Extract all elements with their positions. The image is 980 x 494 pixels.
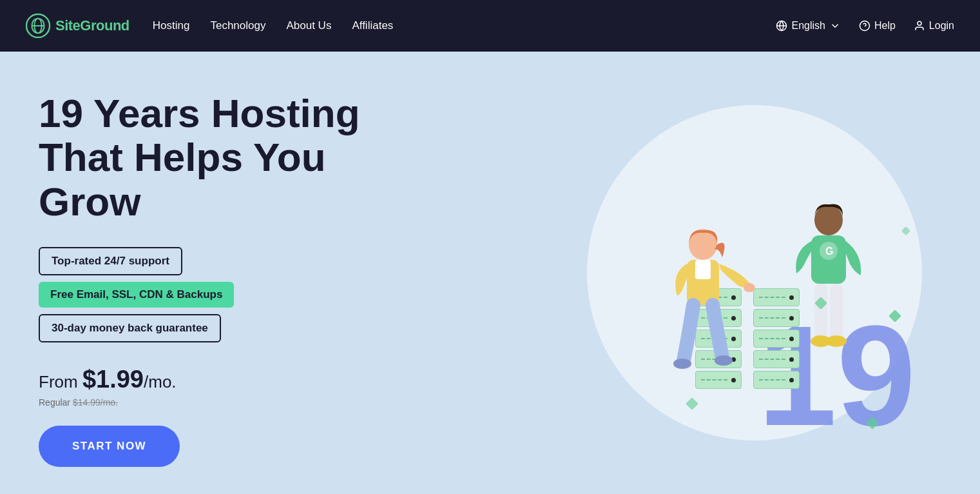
login-label: Login [929, 20, 954, 32]
language-icon [776, 20, 787, 32]
svg-rect-8 [695, 260, 711, 279]
svg-point-11 [715, 355, 733, 366]
login-icon [914, 20, 925, 32]
svg-text:G: G [825, 246, 833, 257]
help-label: Help [874, 20, 896, 32]
language-selector[interactable]: English [776, 20, 840, 32]
language-label: English [791, 20, 825, 32]
nav-link-hosting[interactable]: Hosting [153, 19, 190, 32]
help-button[interactable]: Help [859, 20, 896, 32]
nav-right: English Help Login [776, 20, 954, 32]
nav-link-technology[interactable]: Technology [210, 19, 265, 32]
svg-rect-16 [814, 284, 827, 339]
hero-title: 19 Years Hosting That Helps You Grow [39, 92, 425, 224]
man-illustration: G [774, 199, 883, 393]
pricing-block: From $1.99/mo. Regular $14.99/mo. [39, 366, 425, 408]
nav-link-about-us[interactable]: About Us [286, 19, 331, 32]
price-value: $1.99 [82, 366, 144, 393]
nav-links: Hosting Technology About Us Affiliates [153, 19, 394, 32]
svg-point-9 [744, 283, 755, 292]
logo-icon [26, 14, 50, 38]
badge-money-back: 30-day money back guarantee [39, 314, 221, 342]
logo-text: SiteGround [55, 17, 130, 34]
nav-link-affiliates[interactable]: Affiliates [352, 19, 393, 32]
navbar: SiteGround Hosting Technology About Us A… [0, 0, 980, 52]
svg-point-19 [826, 335, 847, 347]
badge-support: Top-rated 24/7 support [39, 247, 182, 275]
hero-section: 19 Years Hosting That Helps You Grow Top… [0, 52, 980, 494]
hero-illustration: 1 9 [490, 99, 941, 460]
regular-label: Regular [39, 397, 70, 408]
regular-price: $14.99/mo. [73, 397, 118, 408]
badge-free-features: Free Email, SSL, CDN & Backups [39, 282, 234, 308]
svg-point-5 [918, 21, 921, 25]
logo[interactable]: SiteGround [26, 14, 130, 38]
person-man: G [774, 199, 883, 395]
login-button[interactable]: Login [914, 20, 954, 32]
pricing-regular: Regular $14.99/mo. [39, 397, 425, 408]
svg-point-12 [814, 204, 843, 235]
help-icon [859, 20, 870, 32]
person-woman [645, 225, 761, 395]
from-label: From [39, 372, 78, 391]
nav-left: SiteGround Hosting Technology About Us A… [26, 14, 393, 38]
hero-content: 19 Years Hosting That Helps You Grow Top… [39, 92, 425, 467]
chevron-down-icon [829, 20, 841, 32]
pricing-main: From $1.99/mo. [39, 366, 425, 393]
svg-rect-17 [830, 284, 843, 339]
per-mo: /mo. [144, 372, 177, 391]
badges-list: Top-rated 24/7 support Free Email, SSL, … [39, 247, 425, 342]
woman-illustration [645, 225, 761, 393]
svg-point-10 [673, 359, 691, 369]
start-now-button[interactable]: START NOW [39, 426, 180, 467]
